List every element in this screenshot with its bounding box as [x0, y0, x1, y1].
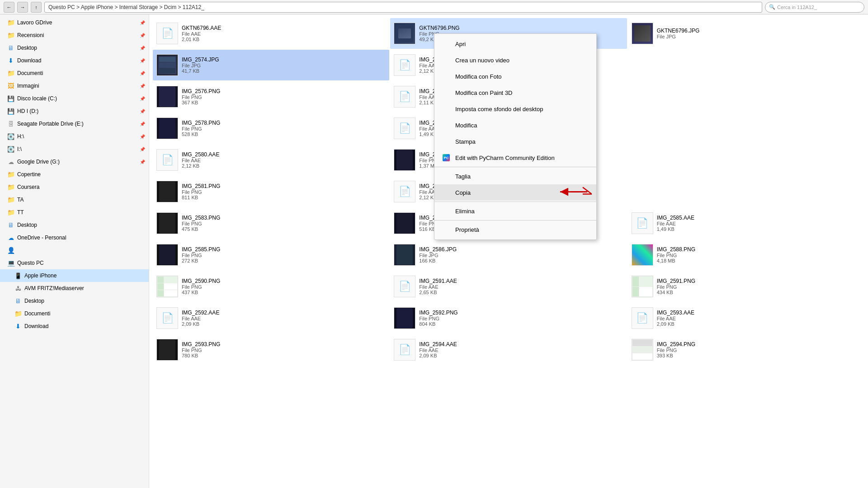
- sidebar-label: Desktop: [17, 222, 145, 228]
- sidebar-item-copertine[interactable]: 📁 Copertine: [0, 168, 149, 181]
- menu-item-stampa[interactable]: Stampa: [434, 133, 596, 150]
- file-item[interactable]: 📄 IMG_2592.AAE File AAE 2,09 KB: [153, 303, 389, 333]
- forward-button[interactable]: →: [17, 2, 28, 13]
- file-item[interactable]: IMG_2594.PNG File PNG 393 KB: [628, 334, 864, 365]
- menu-item-elimina[interactable]: Elimina: [434, 203, 596, 219]
- sidebar-item-i[interactable]: 💽 I:\ 📌: [0, 143, 149, 155]
- sidebar-item-desktop-fav[interactable]: 🖥 Desktop 📌: [0, 42, 149, 54]
- menu-item-copia[interactable]: Copia: [434, 184, 596, 201]
- sidebar-label: Download: [24, 323, 145, 329]
- sidebar-item-apple-iphone[interactable]: 📱 Apple iPhone: [0, 269, 149, 282]
- menu-item-modifica[interactable]: Modifica: [434, 117, 596, 133]
- file-item[interactable]: 📄 IMG_2585.AAE File AAE 1,49 KB: [628, 208, 864, 239]
- pin-icon: 📌: [140, 122, 145, 127]
- sidebar-item-onedrive[interactable]: ☁ OneDrive - Personal: [0, 231, 149, 244]
- file-type: File PNG: [657, 284, 861, 290]
- file-type: File JPG: [182, 63, 386, 68]
- file-item[interactable]: IMG_2591.PNG File PNG 434 KB: [628, 271, 864, 302]
- sidebar-item-download-sub[interactable]: ⬇ Download: [0, 320, 149, 333]
- sidebar-item-ta[interactable]: 📁 TA: [0, 193, 149, 206]
- sidebar-item-desktop-sub[interactable]: 🖥 Desktop: [0, 295, 149, 307]
- sidebar-item-avm-fritz[interactable]: 🖧 AVM FRITZ!Mediaserver: [0, 282, 149, 295]
- sidebar-label: HD I (D:): [17, 108, 137, 114]
- file-item[interactable]: 📄 IMG_2591.AAE File AAE 2,65 KB: [390, 271, 627, 302]
- file-item[interactable]: IMG_2581.PNG File PNG 811 KB: [153, 176, 389, 207]
- menu-item-crea-video[interactable]: Crea un nuovo video: [434, 52, 596, 68]
- file-type: File AAE: [419, 284, 623, 290]
- back-button[interactable]: ←: [4, 2, 14, 13]
- file-item[interactable]: GKTNE6796.JPG File JPG: [628, 18, 864, 49]
- file-size: 166 KB: [419, 258, 623, 263]
- drive-icon: 💽: [7, 133, 14, 140]
- sidebar-label: Documenti: [24, 310, 145, 317]
- menu-item-apri[interactable]: Apri: [434, 36, 596, 52]
- file-thumbnail: [156, 54, 178, 76]
- file-item[interactable]: 📄 IMG_2594.AAE File AAE 2,09 KB: [390, 334, 627, 365]
- sidebar-item-seagate[interactable]: 🗄 Seagate Portable Drive (E:) 📌: [0, 117, 149, 130]
- file-size: 2,12 KB: [182, 163, 386, 169]
- file-type: File PNG: [182, 94, 386, 100]
- sidebar-item-desktop-main[interactable]: 🖥 Desktop: [0, 219, 149, 231]
- file-thumbnail: 📄: [394, 181, 415, 202]
- file-item[interactable]: IMG_2578.PNG File PNG 528 KB: [153, 113, 389, 144]
- sidebar-item-coursera[interactable]: 📁 Coursera: [0, 181, 149, 193]
- menu-item-imposta-sfondo[interactable]: Imposta come sfondo del desktop: [434, 101, 596, 117]
- sidebar-item-recensioni[interactable]: 📁 Recensioni 📌: [0, 29, 149, 42]
- file-item[interactable]: IMG_2593.PNG File PNG 780 KB: [153, 334, 389, 365]
- file-name: IMG_2594.AAE: [419, 341, 623, 347]
- menu-item-taglia[interactable]: Taglia: [434, 168, 596, 184]
- sidebar-item-documenti-sub[interactable]: 📁 Documenti: [0, 307, 149, 320]
- menu-item-edit-pycharm[interactable]: PC Edit with PyCharm Community Edition: [434, 150, 596, 166]
- file-type: File AAE: [657, 221, 861, 226]
- file-item[interactable]: 📄 IMG_2593.AAE File AAE 2,09 KB: [628, 303, 864, 333]
- sidebar-item-download-fav[interactable]: ⬇ Download 📌: [0, 54, 149, 67]
- file-thumbnail: [156, 117, 178, 139]
- address-bar[interactable]: Questo PC > Apple iPhone > Internal Stor…: [44, 2, 762, 13]
- sidebar-item-immagini[interactable]: 🖼 Immagini 📌: [0, 80, 149, 92]
- sidebar-item-disco-locale[interactable]: 💾 Disco locale (C:) 📌: [0, 92, 149, 105]
- file-info: IMG_2578.PNG File PNG 528 KB: [182, 120, 386, 137]
- folder-icon: 📁: [7, 19, 14, 26]
- menu-label-modifica-paint: Modifica con Paint 3D: [455, 89, 512, 96]
- file-thumbnail: [394, 307, 415, 329]
- folder-icon: 📁: [7, 196, 14, 203]
- file-item[interactable]: IMG_2592.PNG File PNG 804 KB: [390, 303, 627, 333]
- file-item[interactable]: IMG_2590.PNG File PNG 437 KB: [153, 271, 389, 302]
- pin-icon: 📌: [140, 96, 145, 101]
- sidebar-item-google-drive[interactable]: ☁ Google Drive (G:) 📌: [0, 155, 149, 168]
- file-name: GKTNE6796.JPG: [657, 28, 861, 34]
- file-item[interactable]: IMG_2574.JPG File JPG 41,7 KB: [153, 50, 389, 80]
- file-thumbnail: 📄: [394, 86, 415, 108]
- sidebar-item-lavoro-gdrive[interactable]: 📁 Lavoro GDrive 📌: [0, 16, 149, 29]
- file-thumbnail: 📄: [632, 212, 653, 234]
- up-button[interactable]: ↑: [31, 2, 42, 13]
- folder-icon: 📁: [7, 171, 14, 178]
- menu-item-proprieta[interactable]: Proprietà: [434, 221, 596, 238]
- folder-icon: 📁: [7, 70, 14, 77]
- menu-item-modifica-foto[interactable]: Modifica con Foto: [434, 68, 596, 84]
- file-type: File PNG: [419, 316, 623, 321]
- sidebar-label: Seagate Portable Drive (E:): [17, 121, 137, 127]
- file-item[interactable]: IMG_2576.PNG File PNG 367 KB: [153, 81, 389, 112]
- sidebar-item-hd-i[interactable]: 💾 HD I (D:) 📌: [0, 105, 149, 117]
- sidebar-item-documenti[interactable]: 📁 Documenti 📌: [0, 67, 149, 80]
- file-item[interactable]: 📄 IMG_2580.AAE File AAE 2,12 KB: [153, 145, 389, 175]
- sidebar-item-tt[interactable]: 📁 TT: [0, 206, 149, 219]
- file-item[interactable]: IMG_2583.PNG File PNG 475 KB: [153, 208, 389, 239]
- file-item[interactable]: IMG_2585.PNG File PNG 272 KB: [153, 239, 389, 270]
- search-bar[interactable]: 🔍 Cerca in 112A12_: [765, 2, 864, 13]
- file-item[interactable]: IMG_2588.PNG File PNG 4,18 MB: [628, 239, 864, 270]
- file-item[interactable]: 📄 GKTN6796.AAE File AAE 2,01 KB: [153, 18, 389, 49]
- file-name: IMG_2581.PNG: [182, 183, 386, 189]
- file-name: IMG_2585.AAE: [657, 215, 861, 221]
- sidebar-item-h[interactable]: 💽 H:\ 📌: [0, 130, 149, 143]
- file-type: File PNG: [182, 189, 386, 195]
- file-item[interactable]: IMG_2586.JPG File JPG 166 KB: [390, 239, 627, 270]
- menu-item-modifica-paint[interactable]: Modifica con Paint 3D: [434, 84, 596, 101]
- file-type: File AAE: [182, 316, 386, 321]
- file-name: IMG_2580.AAE: [182, 151, 386, 158]
- file-type: File PNG: [657, 253, 861, 258]
- sidebar-item-questo-pc[interactable]: 💻 Questo PC: [0, 257, 149, 269]
- menu-separator: [434, 220, 596, 221]
- sidebar-item-user[interactable]: 👤: [0, 244, 149, 257]
